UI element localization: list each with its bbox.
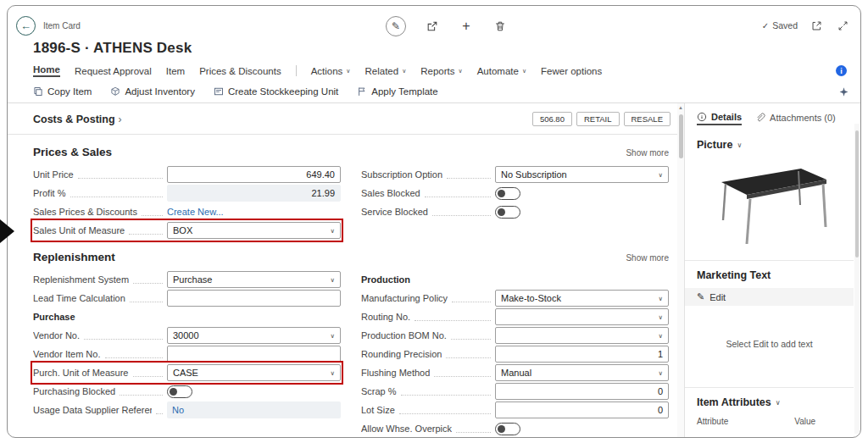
menu-fewer-options-label: Fewer options <box>541 66 602 76</box>
unit-cost-tile[interactable]: 506.80 <box>532 112 572 126</box>
replenishment-section-header: Replenishment Show more <box>8 240 677 269</box>
menu-actions-label: Actions <box>311 66 343 76</box>
field-allow-whse-overpick: Allow Whse. Overpick <box>361 419 669 437</box>
picture-section-header[interactable]: Picture ∨ <box>685 130 854 154</box>
edit-button[interactable]: ✎ <box>386 16 406 36</box>
sales-unit-of-measure-value: BOX <box>173 225 192 235</box>
scrollbar-thumb[interactable] <box>679 114 683 158</box>
inventory-posting-tile[interactable]: RESALE <box>624 112 671 126</box>
menu-item-tab[interactable]: Item <box>166 66 185 76</box>
picture-title: Picture <box>697 139 732 151</box>
rounding-precision-input[interactable]: 1 <box>495 346 669 363</box>
replenishment-show-more-link[interactable]: Show more <box>626 253 669 263</box>
plus-icon: + <box>462 19 470 34</box>
vendor-no-select[interactable]: 30000∨ <box>167 327 341 344</box>
info-badge-icon[interactable]: i <box>836 65 847 76</box>
open-in-new-window-button[interactable] <box>809 18 824 33</box>
purch-unit-of-measure-value: CASE <box>173 368 198 378</box>
purch-unit-of-measure-label: Purch. Unit of Measure <box>33 368 129 378</box>
dotted-leader <box>432 215 491 216</box>
menu-request-approval[interactable]: Request Approval <box>75 66 152 76</box>
service-blocked-toggle[interactable] <box>495 206 520 219</box>
production-bom-no-select[interactable]: ∨ <box>495 327 669 344</box>
sales-unit-of-measure-select[interactable]: BOX∨ <box>167 222 341 239</box>
dotted-leader <box>452 302 491 302</box>
unit-price-input[interactable]: 649.40 <box>167 166 341 183</box>
menu-related[interactable]: Related∨ <box>364 66 406 76</box>
main-scrollbar[interactable]: ▲ <box>677 103 684 437</box>
purch-unit-of-measure-select[interactable]: CASE∨ <box>167 364 341 381</box>
tab-attachments[interactable]: Attachments (0) <box>755 113 836 125</box>
sales-unit-of-measure-label: Sales Unit of Measure <box>33 225 125 235</box>
lead-time-calculation-input[interactable] <box>167 290 341 307</box>
window-controls: ✓Saved <box>762 18 850 33</box>
share-button[interactable] <box>425 19 440 34</box>
action-copy-item[interactable]: Copy Item <box>33 86 92 97</box>
costs-posting-section-header[interactable]: Costs & Posting › 506.80 RETAIL RESALE <box>8 103 677 135</box>
annotation-arrow <box>0 219 14 243</box>
menu-prices-discounts[interactable]: Prices & Discounts <box>199 66 281 76</box>
field-profit-pct: Profit % 21.99 <box>33 184 341 202</box>
new-button[interactable]: + <box>459 19 474 34</box>
tab-details[interactable]: Details <box>697 112 742 125</box>
sales-blocked-toggle[interactable] <box>495 187 520 200</box>
routing-no-select[interactable]: ∨ <box>495 308 669 325</box>
info-circle-icon <box>697 112 707 122</box>
field-vendor-no: Vendor No. 30000∨ <box>33 326 341 345</box>
prices-sales-show-more-link[interactable]: Show more <box>626 148 669 158</box>
create-new-link[interactable]: Create New... <box>167 207 224 217</box>
chevron-down-icon: ∨ <box>737 141 742 149</box>
dotted-leader <box>84 339 163 340</box>
delete-button[interactable] <box>492 19 508 34</box>
back-button[interactable]: ← <box>16 16 36 36</box>
item-attributes-section-header[interactable]: Item Attributes ∨ <box>685 388 854 412</box>
factbox-scrollbar[interactable] <box>854 124 860 434</box>
menu-actions[interactable]: Actions∨ <box>311 66 351 76</box>
menu-automate[interactable]: Automate∨ <box>477 66 526 76</box>
tab-details-label: Details <box>711 112 742 122</box>
page-title: 1896-S · ATHENS Desk <box>33 40 850 57</box>
scrap-pct-label: Scrap % <box>361 386 397 396</box>
value-column-header: Value <box>794 417 815 426</box>
replenishment-left-column: Replenishment System Purchase∨ Lead Time… <box>33 270 341 437</box>
usage-data-supplier-reference-exists-value[interactable]: No <box>167 401 341 418</box>
collapse-button[interactable] <box>835 18 850 33</box>
flushing-method-label: Flushing Method <box>361 368 430 378</box>
action-create-stockkeeping-unit[interactable]: Create Stockkeeping Unit <box>214 86 338 97</box>
action-adjust-inventory[interactable]: Adjust Inventory <box>110 86 194 97</box>
action-bar: Copy Item Adjust Inventory Create Stockk… <box>8 81 860 103</box>
subscription-option-select[interactable]: No Subscription∨ <box>495 166 669 183</box>
menu-fewer-options[interactable]: Fewer options <box>541 66 602 76</box>
chevron-down-icon: ∨ <box>655 332 664 340</box>
menu-prices-discounts-label: Prices & Discounts <box>199 66 281 76</box>
production-group-header: Production <box>361 270 669 289</box>
page-caption: Item Card <box>43 21 81 30</box>
gen-prod-posting-tile[interactable]: RETAIL <box>576 112 620 126</box>
purchasing-blocked-toggle[interactable] <box>167 385 192 398</box>
personalize-button[interactable] <box>838 86 849 97</box>
replenishment-system-label: Replenishment System <box>33 274 129 285</box>
usage-data-supplier-reference-exists-label: Usage Data Supplier Reference Exists <box>33 405 152 415</box>
flushing-method-select[interactable]: Manual∨ <box>495 364 669 381</box>
prices-sales-title: Prices & Sales <box>33 146 112 158</box>
menu-home[interactable]: Home <box>33 64 60 77</box>
prices-sales-left-column: Unit Price 649.40 Profit % 21.99 Sales P… <box>33 165 341 240</box>
menu-reports[interactable]: Reports∨ <box>420 66 462 76</box>
replenishment-system-select[interactable]: Purchase∨ <box>167 271 341 288</box>
prices-sales-right-column: Subscription Option No Subscription∨ Sal… <box>361 165 669 240</box>
scrap-pct-input[interactable]: 0 <box>495 383 669 400</box>
field-lot-size: Lot Size 0 <box>361 401 669 419</box>
allow-whse-overpick-toggle[interactable] <box>495 423 520 435</box>
scroll-up-icon[interactable]: ▲ <box>678 105 683 110</box>
action-apply-template[interactable]: Apply Template <box>357 86 437 97</box>
manufacturing-policy-select[interactable]: Make-to-Stock∨ <box>495 290 669 307</box>
lot-size-input[interactable]: 0 <box>495 401 669 418</box>
scrollbar-thumb[interactable] <box>855 130 859 257</box>
chevron-down-icon: ∨ <box>327 332 336 340</box>
marketing-edit-button[interactable]: ✎ Edit <box>685 288 854 306</box>
tab-attachments-label: Attachments (0) <box>770 113 836 123</box>
dotted-leader <box>130 302 163 302</box>
item-picture[interactable] <box>685 154 854 255</box>
vendor-item-no-input[interactable] <box>167 346 341 363</box>
field-flushing-method: Flushing Method Manual∨ <box>361 363 669 382</box>
